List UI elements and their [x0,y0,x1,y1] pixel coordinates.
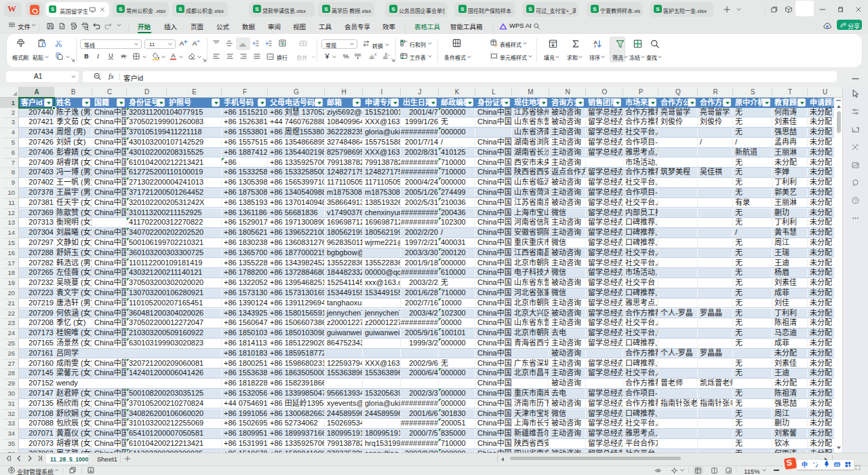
svg-text:A: A [180,39,184,47]
svg-text:¥: ¥ [324,52,329,60]
svg-text:中: 中 [802,461,808,468]
svg-text:I: I [96,53,100,60]
svg-text:<>: <> [269,55,273,59]
svg-text:.00: .00 [382,56,388,60]
svg-text:B: B [84,53,89,60]
svg-text:A: A [593,39,597,45]
svg-text:U: U [108,52,113,59]
svg-text:?: ? [854,198,857,203]
svg-text:A: A [193,39,197,47]
svg-text:.00: .00 [369,56,374,60]
svg-text:000: 000 [355,53,361,57]
svg-text:A: A [171,52,175,59]
svg-text:%: % [343,52,349,60]
